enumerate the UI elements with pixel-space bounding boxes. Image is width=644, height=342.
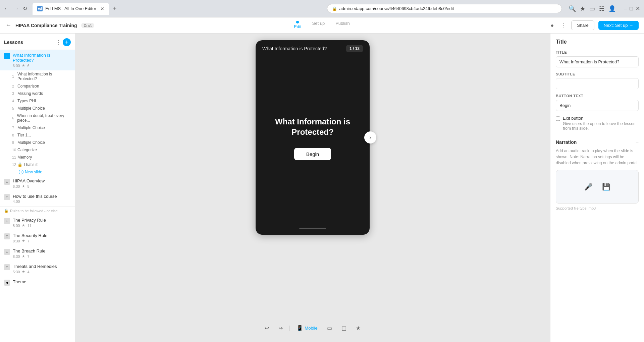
sidebar-item-what-information[interactable]: □ What Information is Protected? 6:00 ★ … (0, 50, 75, 70)
browser-tab[interactable]: ed Ed LMS - All In One Editor ✕ (33, 3, 109, 15)
slide-item-2[interactable]: 2 Comparison (9, 82, 75, 90)
tablet-view-button[interactable]: ▭ (324, 324, 335, 333)
slide-list: 1 What Information is Protected? 2 Compa… (0, 70, 75, 176)
step-setup-label: Set up (312, 21, 325, 26)
theme-label: Theme (13, 279, 26, 284)
star-icon: ★ (22, 184, 25, 188)
sidebar-item-threats-remedies[interactable]: □ Threats and Remedies 5:30 ★ 4 (0, 261, 75, 277)
bottom-toolbar: ↩ ↪ 📱 Mobile ▭ ◫ ★ (262, 321, 363, 335)
button-text-input[interactable] (556, 100, 639, 111)
lesson-content: The Privacy Rule 8:00 ★ 11 (13, 218, 46, 228)
slide-item-5[interactable]: 5 Multiple Choice (9, 105, 75, 112)
minimize-button[interactable]: – (624, 5, 627, 12)
step-edit[interactable]: Edit (294, 21, 301, 30)
new-slide-button[interactable]: + New slide (9, 168, 75, 176)
slide-item-12[interactable]: 12 🔒 That's it! (9, 161, 75, 168)
more-options-icon[interactable]: ⋮ (559, 21, 567, 30)
undo-button[interactable]: ↩ (262, 324, 272, 333)
step-edit-label: Edit (294, 24, 301, 29)
theme-icon: ◆ (4, 280, 10, 286)
tablet-icon: ▭ (327, 325, 332, 331)
address-bar[interactable]: 🔒 admin.edapp.com/course/64640698cb4adc2… (327, 4, 562, 13)
phone-bottom-bar (256, 221, 370, 235)
sidebar-item-breach-rule[interactable]: □ The Breach Rule 8:30 ★ 7 (0, 246, 75, 261)
exit-button-desc: Give users the option to leave the lesso… (563, 121, 639, 131)
close-button[interactable]: ✕ (636, 5, 640, 12)
slide-item-4[interactable]: 4 Types PHI (9, 97, 75, 105)
panel-title: Title (556, 39, 639, 45)
lesson-icon: □ (4, 194, 10, 200)
new-tab-button[interactable]: + (110, 4, 119, 13)
slide-item-10[interactable]: 10 Categorize (9, 146, 75, 154)
slide-label: Multiple Choice (17, 140, 45, 145)
audio-upload-area[interactable]: 🎤 💾 (556, 170, 639, 204)
slide-item-11[interactable]: 11 Memory (9, 154, 75, 161)
sidebar-item-theme[interactable]: ◆ Theme (0, 277, 75, 288)
lesson-stars: 5 (27, 184, 29, 188)
search-icon[interactable]: 🔍 (569, 5, 576, 12)
audio-upload-button[interactable]: 💾 (599, 180, 613, 193)
share-button[interactable]: Share (571, 20, 594, 30)
phone-begin-button[interactable]: Begin (294, 148, 331, 160)
bookmark-icon[interactable]: ★ (580, 5, 585, 12)
tab-label: Ed LMS - All In One Editor (45, 6, 96, 11)
exit-button-row: Exit button Give users the option to lea… (556, 116, 639, 131)
step-setup[interactable]: Set up (312, 21, 325, 30)
slide-num: 4 (12, 99, 16, 103)
title-input[interactable] (556, 56, 639, 67)
back-to-courses-button[interactable]: ← (5, 22, 11, 29)
slide-num: 8 (12, 133, 16, 137)
profile-icon[interactable]: 👤 (608, 5, 616, 12)
maximize-button[interactable]: □ (630, 5, 633, 12)
forward-button[interactable]: → (13, 6, 19, 12)
lesson-icon: □ (4, 264, 10, 270)
sidebar-item-how-to-use[interactable]: □ How to use this course 4:00 (0, 191, 75, 206)
next-setup-button[interactable]: Next: Set up → (598, 21, 639, 30)
step-publish[interactable]: Publish (335, 21, 350, 30)
redo-button[interactable]: ↪ (276, 324, 285, 333)
audio-record-button[interactable]: 🎤 (582, 180, 595, 193)
mobile-view-button[interactable]: 📱 Mobile (294, 324, 320, 333)
slide-num: 6 (12, 116, 16, 120)
lesson-time: 8:30 (13, 239, 20, 243)
extensions-icon[interactable]: ▭ (589, 5, 595, 12)
mobile-icon: 📱 (297, 325, 303, 331)
lesson-name: What Information is Protected? (13, 53, 71, 63)
star-icon: ★ (22, 63, 25, 68)
sidebar-toggle-icon[interactable]: ☵ (599, 5, 604, 12)
narration-collapse-button[interactable]: − (636, 139, 639, 145)
lesson-meta: 4:00 (13, 199, 57, 204)
lesson-icon: □ (4, 249, 10, 255)
slide-item-9[interactable]: 9 Multiple Choice (9, 139, 75, 146)
tab-bar: ed Ed LMS - All In One Editor ✕ + (33, 3, 324, 15)
sidebar-item-privacy-rule[interactable]: □ The Privacy Rule 8:00 ★ 11 (0, 215, 75, 230)
slide-item-3[interactable]: 3 Missing words (9, 90, 75, 97)
slide-label: Tier 1... (17, 133, 31, 137)
main-layout: Lessons ⋮ + □ What Information is Protec… (0, 34, 644, 342)
exit-button-checkbox[interactable] (556, 116, 560, 121)
slide-item-8[interactable]: 8 Tier 1... (9, 131, 75, 139)
slide-num: 7 (12, 126, 16, 130)
lesson-meta: 8:30 ★ 7 (13, 254, 46, 259)
sidebar-item-security-rule[interactable]: □ The Security Rule 8:30 ★ 7 (0, 230, 75, 246)
slide-item-6[interactable]: 6 When in doubt, treat every piece... (9, 112, 75, 124)
lesson-meta: 5:30 ★ 4 (13, 270, 57, 274)
next-slide-button[interactable]: › (364, 131, 376, 144)
slide-label: Multiple Choice (17, 125, 45, 130)
lesson-time: 4:00 (13, 199, 20, 204)
sidebar-item-hipaa-overview[interactable]: □ HIPAA Overview 6:30 ★ 5 (0, 176, 75, 191)
desktop-view-button[interactable]: ◫ (339, 324, 349, 333)
lessons-more-button[interactable]: ⋮ (56, 38, 61, 46)
subtitle-input[interactable] (556, 78, 639, 89)
tab-close-button[interactable]: ✕ (100, 6, 104, 11)
history-icon[interactable]: ● (549, 21, 555, 30)
add-lesson-button[interactable]: + (63, 38, 71, 46)
reload-button[interactable]: ↻ (23, 5, 27, 12)
slide-label: Types PHI (17, 99, 36, 103)
star-button[interactable]: ★ (353, 324, 363, 333)
slide-item-7[interactable]: 7 Multiple Choice (9, 124, 75, 131)
exit-button-label: Exit button (563, 116, 639, 121)
back-button[interactable]: ← (4, 6, 9, 12)
slide-item-1[interactable]: 1 What Information is Protected? (9, 70, 75, 82)
app-bar-right: ● ⋮ Share Next: Set up → (549, 20, 639, 30)
